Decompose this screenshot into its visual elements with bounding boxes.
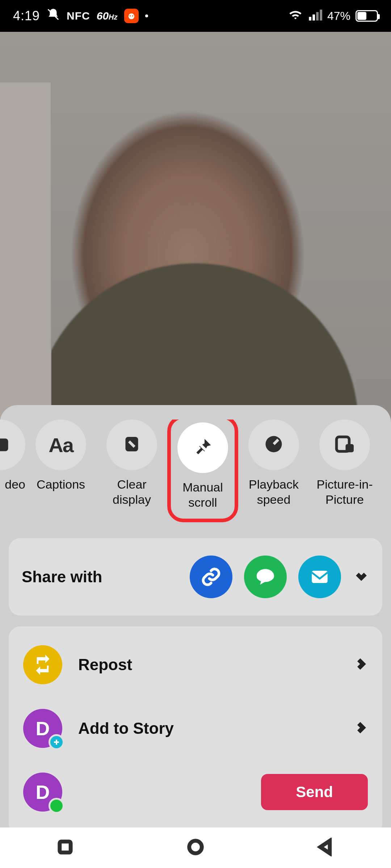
- svg-rect-13: [60, 842, 71, 852]
- option-clear-display[interactable]: Clear display: [96, 420, 167, 507]
- chevron-right-icon: [353, 720, 368, 736]
- share-expand-button[interactable]: [353, 568, 369, 586]
- row-add-to-story[interactable]: D Add to Story: [9, 697, 382, 760]
- svg-rect-11: [346, 444, 354, 452]
- svg-point-1: [129, 15, 130, 16]
- contact-avatar: D: [23, 773, 62, 812]
- svg-rect-6: [320, 10, 322, 21]
- send-button[interactable]: Send: [261, 774, 368, 810]
- nav-back-button[interactable]: [316, 838, 335, 858]
- system-nav-bar: [0, 827, 391, 868]
- nav-home-button[interactable]: [186, 838, 205, 858]
- status-dot-icon: [145, 14, 148, 17]
- svg-rect-7: [0, 439, 8, 451]
- captions-icon: Aa: [49, 433, 73, 457]
- wifi-icon: [288, 7, 303, 25]
- share-email-button[interactable]: [298, 556, 341, 598]
- svg-point-14: [189, 841, 202, 854]
- share-copy-link-button[interactable]: [190, 556, 232, 598]
- share-with-card: Share with: [9, 538, 382, 616]
- repost-icon: [23, 645, 62, 684]
- row-contact[interactable]: D Send: [9, 760, 382, 824]
- options-share-sheet: deo Aa Captions Clear display: [0, 405, 391, 827]
- svg-rect-4: [312, 14, 315, 21]
- svg-rect-3: [309, 17, 311, 21]
- pip-icon: [334, 433, 356, 456]
- status-nfc: NFC: [67, 10, 90, 22]
- status-refresh-rate: 60Hz: [97, 10, 118, 22]
- status-bar: 4:19 NFC 60Hz 47%: [0, 0, 391, 32]
- option-playback-speed[interactable]: Playback speed: [238, 420, 309, 507]
- story-avatar: D: [23, 709, 62, 748]
- share-messages-button[interactable]: [244, 556, 287, 598]
- svg-rect-5: [316, 12, 319, 20]
- status-battery-pct: 47%: [327, 9, 350, 23]
- plus-badge-icon: [49, 734, 64, 750]
- option-captions[interactable]: Aa Captions: [25, 420, 96, 507]
- share-with-title: Share with: [22, 568, 102, 586]
- nav-recent-button[interactable]: [56, 838, 75, 858]
- online-badge-icon: [49, 798, 64, 814]
- status-clock: 4:19: [13, 8, 40, 24]
- share-target-list: Repost D Add to Story D Send: [9, 626, 382, 835]
- svg-rect-12: [312, 571, 328, 583]
- svg-point-2: [132, 15, 133, 16]
- option-video-partial[interactable]: deo: [0, 420, 25, 507]
- pin-off-icon: [192, 436, 214, 459]
- chevron-right-icon: [353, 657, 368, 673]
- speedometer-icon: [263, 433, 285, 456]
- reddit-app-icon: [124, 9, 139, 23]
- video-options-row[interactable]: deo Aa Captions Clear display: [0, 420, 391, 538]
- option-manual-scroll[interactable]: Manual scroll: [167, 420, 238, 522]
- option-picture-in-picture[interactable]: Picture-in-Picture: [309, 420, 380, 507]
- battery-icon: [356, 10, 378, 22]
- notifications-muted-icon: [46, 8, 60, 24]
- svg-point-0: [128, 13, 134, 19]
- cellular-signal-icon: [308, 7, 322, 25]
- row-repost[interactable]: Repost: [9, 633, 382, 697]
- clear-display-icon: [121, 433, 143, 456]
